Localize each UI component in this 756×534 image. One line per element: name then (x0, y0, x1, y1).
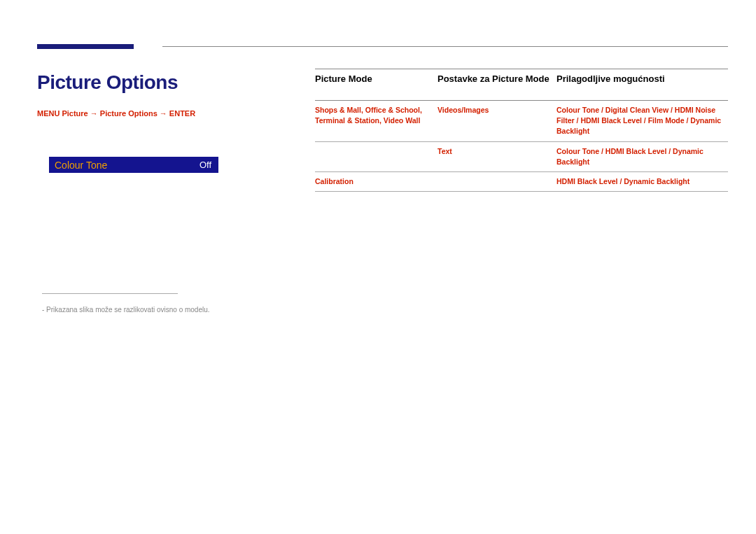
page-title: Picture Options (37, 71, 178, 94)
header-rule (162, 46, 728, 47)
th-options: Prilagodljive mogućnosti (556, 69, 728, 100)
cell-setting (438, 172, 556, 191)
footnote-rule (42, 293, 178, 294)
cell-mode (315, 142, 438, 171)
cell-opts: Colour Tone / Digital Clean View / HDMI … (556, 101, 728, 141)
options-table: Picture Mode Postavke za Picture Mode Pr… (315, 69, 728, 192)
menu-label: Colour Tone (55, 160, 107, 171)
accent-bar (37, 44, 134, 49)
cell-mode: Calibration (315, 172, 438, 191)
cell-opts: HDMI Black Level / Dynamic Backlight (556, 172, 728, 191)
th-setting: Postavke za Picture Mode (438, 69, 556, 100)
menu-value: Off (200, 160, 211, 170)
cell-mode: Shops & Mall, Office & School, Terminal … (315, 101, 438, 141)
cell-opts: Colour Tone / HDMI Black Level / Dynamic… (556, 142, 728, 171)
menu-colour-tone[interactable]: Colour Tone Off (49, 157, 218, 173)
th-picture-mode: Picture Mode (315, 69, 438, 100)
breadcrumb: MENU Picture → Picture Options → ENTER (37, 109, 195, 118)
footnote: Prikazana slika može se razlikovati ovis… (42, 306, 210, 314)
table-row: Text Colour Tone / HDMI Black Level / Dy… (315, 142, 728, 172)
cell-setting: Text (438, 142, 556, 171)
table-row: Calibration HDMI Black Level / Dynamic B… (315, 172, 728, 192)
table-row: Shops & Mall, Office & School, Terminal … (315, 101, 728, 142)
table-header-row: Picture Mode Postavke za Picture Mode Pr… (315, 69, 728, 101)
cell-setting: Videos/Images (438, 101, 556, 141)
